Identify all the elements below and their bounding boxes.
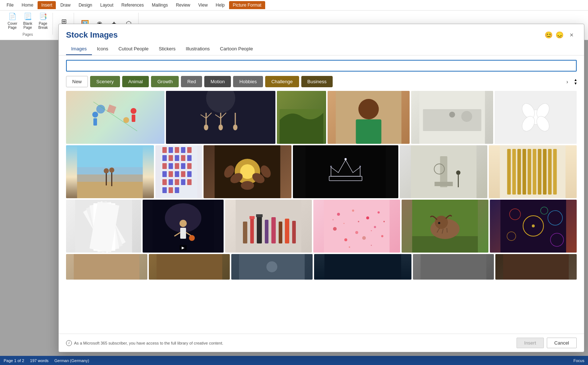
image-cell[interactable]	[400, 145, 488, 198]
happy-rating-icon[interactable]: 😊	[545, 31, 553, 39]
image-cell[interactable]	[495, 254, 577, 280]
svg-line-11	[206, 113, 212, 118]
svg-point-136	[358, 221, 359, 222]
tab-images[interactable]: Images	[66, 43, 92, 55]
search-input[interactable]	[70, 63, 572, 69]
focus-mode[interactable]: Focus	[573, 358, 584, 363]
svg-point-111	[189, 235, 195, 241]
svg-rect-60	[187, 171, 192, 177]
image-cell[interactable]	[231, 254, 313, 280]
footer-info-text: As a Microsoft 365 subscriber, you have …	[74, 341, 223, 345]
image-cell[interactable]	[413, 254, 494, 280]
sad-rating-icon[interactable]: 😞	[556, 31, 564, 39]
image-cell[interactable]	[225, 200, 312, 253]
image-cell[interactable]	[495, 91, 577, 144]
tab-cutout-people[interactable]: Cutout People	[113, 43, 154, 55]
svg-rect-50	[187, 155, 192, 161]
svg-rect-51	[162, 163, 167, 169]
svg-line-2	[93, 102, 137, 131]
tab-picture-format[interactable]: Picture Format	[229, 1, 265, 9]
dialog-header: Stock Images 😊 😞 ×	[59, 24, 584, 40]
search-input-wrapper[interactable]	[66, 60, 577, 72]
tab-illustrations[interactable]: Illustrations	[181, 43, 215, 55]
filter-growth[interactable]: Growth	[151, 76, 179, 87]
pages-group-label: Pages	[23, 32, 33, 36]
image-cell[interactable]	[66, 200, 141, 253]
image-cell[interactable]	[293, 145, 398, 198]
svg-point-8	[204, 124, 208, 130]
image-cell[interactable]	[66, 91, 165, 144]
tab-references[interactable]: References	[118, 1, 147, 9]
filter-next-arrow[interactable]: ›	[563, 77, 572, 86]
svg-rect-118	[279, 222, 282, 243]
filter-hobbies[interactable]: Hobbies	[233, 76, 263, 87]
svg-point-145	[438, 222, 440, 224]
svg-rect-44	[181, 147, 185, 153]
image-cell[interactable]	[314, 254, 411, 280]
image-cell[interactable]	[490, 200, 577, 253]
tab-mailings[interactable]: Mailings	[148, 1, 171, 9]
image-cell[interactable]: ▶	[143, 200, 224, 253]
filter-challenge[interactable]: Challenge	[265, 76, 299, 87]
svg-rect-52	[169, 163, 173, 169]
svg-rect-162	[421, 254, 486, 280]
filter-motion[interactable]: Motion	[204, 76, 231, 87]
tab-cartoon-people[interactable]: Cartoon People	[215, 43, 258, 55]
svg-point-133	[381, 235, 383, 237]
svg-rect-158	[156, 254, 222, 280]
svg-rect-5	[93, 118, 97, 126]
tab-help[interactable]: Help	[212, 1, 228, 9]
image-cell[interactable]	[149, 254, 230, 280]
tab-home[interactable]: Home	[18, 1, 37, 9]
svg-point-139	[349, 246, 350, 248]
ribbon-tabs: File Home Insert Draw Design Layout Refe…	[0, 0, 588, 10]
image-cell[interactable]	[328, 91, 410, 144]
image-cell[interactable]	[66, 145, 154, 198]
page-break-button[interactable]: 📑 PageBreak	[36, 11, 50, 30]
svg-rect-66	[162, 187, 167, 193]
cover-page-button[interactable]: 📄 CoverPage	[6, 11, 19, 30]
image-cell[interactable]	[489, 145, 577, 198]
image-cell[interactable]	[411, 91, 493, 144]
filter-business[interactable]: Business	[301, 76, 333, 87]
tab-icons[interactable]: Icons	[92, 43, 113, 55]
image-cell[interactable]	[66, 254, 147, 280]
word-count: 197 words	[30, 358, 49, 363]
svg-point-16	[233, 124, 237, 130]
tab-view[interactable]: View	[195, 1, 212, 9]
svg-point-128	[333, 227, 337, 231]
insert-button[interactable]: Insert	[517, 338, 544, 348]
tab-file[interactable]: File	[3, 1, 17, 9]
image-cell[interactable]	[313, 200, 400, 253]
tab-insert[interactable]: Insert	[38, 1, 56, 9]
filter-scenery[interactable]: Scenery	[90, 76, 120, 87]
svg-point-132	[362, 236, 366, 240]
tab-draw[interactable]: Draw	[57, 1, 74, 9]
svg-rect-67	[169, 187, 173, 193]
cancel-button[interactable]: Cancel	[547, 338, 577, 348]
filter-red[interactable]: Red	[181, 76, 202, 87]
svg-rect-41	[162, 147, 167, 153]
image-cell[interactable]	[204, 145, 291, 198]
image-cell[interactable]	[166, 91, 275, 144]
scroll-down-arrow[interactable]: ▼	[574, 82, 577, 85]
image-cell[interactable]	[155, 145, 202, 198]
svg-rect-84	[434, 182, 453, 186]
image-row-4	[66, 254, 577, 280]
filter-new[interactable]: New	[66, 76, 88, 87]
image-grid: ▶	[59, 91, 584, 334]
tab-design[interactable]: Design	[75, 1, 96, 9]
scroll-up-arrow[interactable]: ▲	[574, 78, 577, 82]
tab-stickers[interactable]: Stickers	[154, 43, 181, 55]
svg-point-86	[456, 170, 460, 175]
tab-layout[interactable]: Layout	[97, 1, 117, 9]
image-cell[interactable]	[277, 91, 326, 144]
filter-animal[interactable]: Animal	[122, 76, 149, 87]
close-button[interactable]: ×	[566, 30, 577, 40]
svg-point-138	[383, 221, 385, 222]
image-cell[interactable]	[402, 200, 488, 253]
svg-point-126	[366, 216, 369, 219]
blank-page-button[interactable]: 📃 BlankPage	[21, 11, 34, 30]
svg-rect-65	[187, 179, 192, 185]
tab-review[interactable]: Review	[172, 1, 194, 9]
